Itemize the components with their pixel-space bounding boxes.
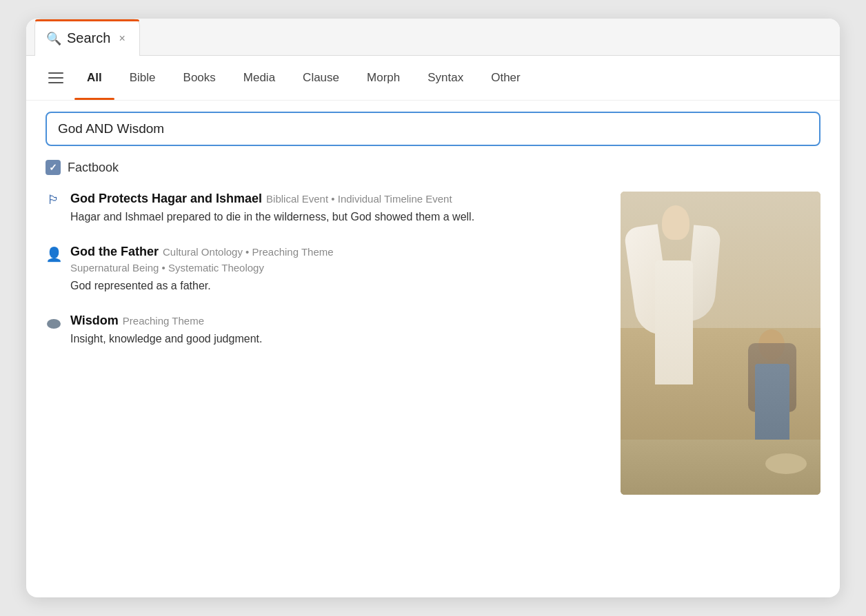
factbook-checkbox[interactable] <box>46 160 61 175</box>
search-row <box>26 101 840 157</box>
hamburger-menu-button[interactable] <box>46 70 66 86</box>
angel-head <box>662 205 689 240</box>
tab-books[interactable]: Books <box>171 65 228 90</box>
tab-other[interactable]: Other <box>479 65 533 90</box>
nav-tabs: All Bible Books Media Clause Morph Synta… <box>74 65 533 90</box>
hamburger-line-2 <box>48 77 63 79</box>
result-1-desc: Hagar and Ishmael prepared to die in the… <box>70 209 474 225</box>
result-2-desc: God represented as a father. <box>70 278 334 294</box>
result-2-tags: Cultural Ontology • Preaching Theme <box>163 246 334 258</box>
hamburger-line-1 <box>48 72 63 74</box>
person-icon: 👤 <box>46 246 62 263</box>
tab-clause[interactable]: Clause <box>290 65 352 90</box>
result-2-content: God the Father Cultural Ontology • Preac… <box>70 245 334 294</box>
results-area: 🏳 God Protects Hagar and Ishmael Biblica… <box>26 186 840 514</box>
tab-bar: 🔍 Search × <box>26 19 840 56</box>
result-item-3[interactable]: Wisdom Preaching Theme Insight, knowledg… <box>46 314 604 347</box>
search-icon: 🔍 <box>46 31 61 46</box>
result-3-title-row: Wisdom Preaching Theme <box>70 314 262 328</box>
tab-media[interactable]: Media <box>231 65 288 90</box>
tab-bible[interactable]: Bible <box>117 65 168 90</box>
panel-content: All Bible Books Media Clause Morph Synta… <box>26 56 840 514</box>
result-1-title: God Protects Hagar and Ishmael <box>70 192 262 206</box>
search-tab[interactable]: 🔍 Search × <box>34 19 140 56</box>
result-3-desc: Insight, knowledge and good judgment. <box>70 331 262 347</box>
image-rocks <box>765 453 807 474</box>
flag-icon: 🏳 <box>46 193 62 207</box>
angel-body <box>655 260 693 384</box>
result-item-1[interactable]: 🏳 God Protects Hagar and Ishmael Biblica… <box>46 192 604 225</box>
result-item-2[interactable]: 👤 God the Father Cultural Ontology • Pre… <box>46 245 604 294</box>
result-1-title-row: God Protects Hagar and Ishmael Biblical … <box>70 192 474 206</box>
result-3-content: Wisdom Preaching Theme Insight, knowledg… <box>70 314 262 347</box>
search-panel: 🔍 Search × All Bible Books Media Clause … <box>26 19 840 597</box>
hamburger-line-3 <box>48 82 63 83</box>
tab-morph[interactable]: Morph <box>354 65 412 90</box>
result-1-tags: Biblical Event • Individual Timeline Eve… <box>266 193 452 205</box>
ellipse-icon-wrap <box>46 315 62 329</box>
tab-close-button[interactable]: × <box>119 32 125 45</box>
angel-figure <box>641 205 710 384</box>
result-1-content: God Protects Hagar and Ishmael Biblical … <box>70 192 474 225</box>
result-2-subtitle: Supernatural Being • Systematic Theology <box>70 262 334 274</box>
result-3-tags: Preaching Theme <box>123 315 204 327</box>
result-2-title: God the Father <box>70 245 159 259</box>
results-list: 🏳 God Protects Hagar and Ishmael Biblica… <box>46 192 604 495</box>
tab-syntax[interactable]: Syntax <box>415 65 476 90</box>
factbook-label: Factbook <box>68 161 119 175</box>
tab-label: Search <box>67 30 110 46</box>
ellipse-icon <box>47 319 61 329</box>
results-image <box>621 192 820 495</box>
result-2-title-row: God the Father Cultural Ontology • Preac… <box>70 245 334 259</box>
result-3-title: Wisdom <box>70 314 119 328</box>
biblical-scene-image <box>621 192 820 495</box>
nav-row: All Bible Books Media Clause Morph Synta… <box>26 56 840 101</box>
tab-all[interactable]: All <box>74 65 114 90</box>
factbook-row: Factbook <box>26 157 840 186</box>
search-input-wrap <box>46 112 820 146</box>
search-input[interactable] <box>58 121 808 136</box>
